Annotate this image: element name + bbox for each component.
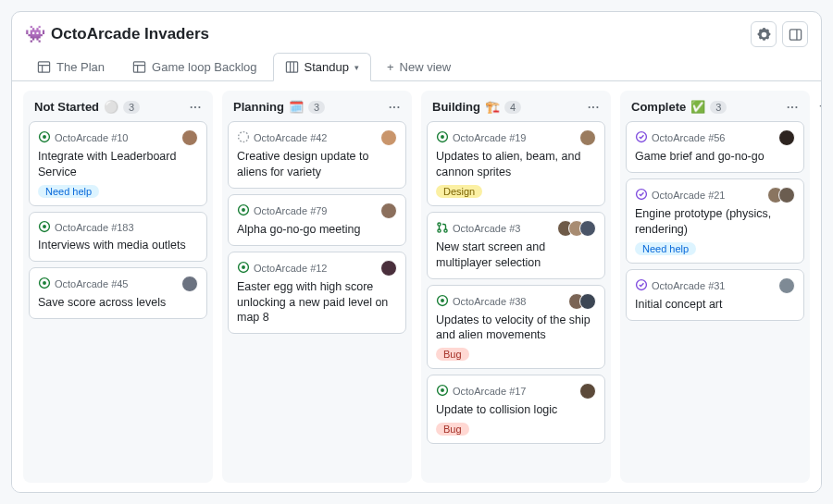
issue-card[interactable]: OctoArcade #79 Alpha go-no-go meeting (228, 194, 406, 246)
column-count: 4 (504, 101, 521, 114)
issue-ref: OctoArcade #3 (453, 223, 520, 234)
card-meta: OctoArcade #45 (38, 277, 129, 291)
issue-card[interactable]: OctoArcade #42 Creative design update to… (228, 121, 406, 189)
assignees (380, 203, 397, 219)
column-menu-button[interactable]: ··· (190, 101, 202, 114)
assignees (380, 260, 397, 277)
panel-button[interactable] (782, 21, 808, 47)
avatar (380, 260, 397, 277)
issue-card[interactable]: OctoArcade #12 Easter egg with high scor… (228, 252, 406, 335)
project-icon (37, 60, 51, 74)
card-meta: OctoArcade #3 (436, 221, 520, 236)
project-icon (132, 60, 146, 74)
card-meta: OctoArcade #21 (635, 188, 726, 203)
issue-ref: OctoArcade #17 (453, 386, 527, 397)
issue-label: Need help (38, 185, 99, 198)
svg-rect-5 (133, 62, 144, 72)
add-column-button[interactable]: + (819, 91, 821, 483)
card-meta: OctoArcade #17 (436, 384, 527, 399)
issue-title: Alpha go-no-go meeting (237, 222, 397, 238)
column: Building 🏗️ 4 ··· OctoArcade #19 Updates… (421, 91, 611, 483)
column-emoji: ✅ (690, 100, 705, 114)
issue-ref: OctoArcade #21 (652, 190, 726, 201)
svg-point-14 (43, 225, 46, 228)
issue-title: Creative design update to aliens for var… (237, 149, 397, 180)
svg-point-30 (441, 388, 444, 392)
card-top: OctoArcade #21 (635, 187, 795, 203)
issue-card[interactable]: OctoArcade #21 Engine prototype (physics… (626, 178, 804, 264)
issue-title: Game brief and go-no-go (635, 149, 795, 165)
status-icon (635, 188, 648, 203)
card-top: OctoArcade #42 (237, 129, 397, 146)
issue-card[interactable]: OctoArcade #45 Save score across levels (29, 267, 207, 319)
svg-point-28 (441, 299, 444, 302)
tab-the-plan[interactable]: The Plan (25, 53, 117, 81)
status-icon (38, 130, 51, 145)
column: Planning 🗓️ 3 ··· OctoArcade #42 Creativ… (222, 91, 412, 483)
status-icon (436, 130, 449, 145)
card-meta: OctoArcade #56 (635, 130, 726, 145)
svg-rect-0 (789, 29, 801, 39)
svg-point-12 (43, 135, 46, 139)
issue-title: Engine prototype (physics, rendering) (635, 206, 795, 238)
issue-card[interactable]: OctoArcade #19 Updates to alien, beam, a… (427, 121, 605, 206)
avatar (380, 203, 397, 219)
column-name: Planning (233, 100, 284, 114)
issue-label: Need help (635, 242, 696, 255)
column: Complete ✅ 3 ··· OctoArcade #56 Game bri… (620, 91, 810, 483)
issue-title: Easter egg with high score unlocking a n… (237, 279, 397, 326)
assignees (181, 276, 198, 292)
issue-card[interactable]: OctoArcade #17 Update to collision logic… (427, 375, 605, 444)
project-emoji: 👾 (25, 24, 45, 44)
header-actions (751, 21, 808, 47)
assignees (778, 277, 795, 294)
card-meta: OctoArcade #79 (237, 203, 328, 218)
tab-game-loop-backlog[interactable]: Game loop Backlog (120, 53, 268, 81)
tab-new-view[interactable]: + New view (375, 53, 463, 81)
column-name: Not Started (34, 100, 99, 114)
column-header: Planning 🗓️ 3 ··· (228, 98, 406, 121)
avatar (579, 129, 596, 146)
project-title: OctoArcade Invaders (51, 25, 209, 43)
status-icon (237, 203, 250, 218)
avatar (380, 129, 397, 146)
issue-card[interactable]: OctoArcade #183 Interviews with media ou… (29, 212, 207, 262)
board-icon (285, 60, 299, 74)
chevron-down-icon: ▾ (354, 63, 359, 72)
issue-card[interactable]: OctoArcade #10 Integrate with Leaderboar… (29, 121, 207, 206)
card-top: OctoArcade #183 (38, 220, 198, 235)
issue-title: Integrate with Leaderboard Service (38, 149, 198, 180)
settings-button[interactable] (751, 21, 777, 47)
tab-standup[interactable]: Standup ▾ (273, 53, 371, 81)
card-top: OctoArcade #19 (436, 129, 596, 146)
project-board: 👾 OctoArcade Invaders The Plan Game loop… (11, 11, 822, 493)
column-count: 3 (123, 101, 140, 114)
column-emoji: 🗓️ (289, 100, 304, 114)
column-menu-button[interactable]: ··· (588, 101, 600, 114)
column-name: Building (432, 100, 480, 114)
project-title-wrap: 👾 OctoArcade Invaders (25, 24, 209, 44)
assignees (568, 293, 596, 310)
status-icon (436, 221, 449, 236)
svg-point-23 (441, 135, 444, 139)
issue-ref: OctoArcade #42 (254, 132, 328, 143)
card-meta: OctoArcade #12 (237, 261, 328, 276)
column-menu-button[interactable]: ··· (389, 101, 401, 114)
card-top: OctoArcade #10 (38, 129, 198, 146)
avatar (579, 293, 596, 310)
issue-card[interactable]: OctoArcade #31 Initial concept art (626, 269, 804, 321)
issue-card[interactable]: OctoArcade #3 New start screen and multi… (427, 212, 605, 279)
issue-card[interactable]: OctoArcade #38 Updates to velocity of th… (427, 285, 605, 370)
svg-point-21 (242, 265, 245, 269)
board-header: 👾 OctoArcade Invaders (12, 12, 821, 51)
column-header: Not Started ⚪ 3 ··· (29, 98, 207, 121)
issue-title: New start screen and multiplayer selecti… (436, 240, 596, 271)
issue-card[interactable]: OctoArcade #56 Game brief and go-no-go (626, 121, 804, 173)
card-meta: OctoArcade #10 (38, 130, 129, 145)
issue-ref: OctoArcade #19 (453, 132, 527, 143)
column-emoji: 🏗️ (485, 100, 500, 114)
svg-point-26 (444, 229, 447, 232)
assignees (579, 129, 596, 146)
column-menu-button[interactable]: ··· (787, 101, 799, 114)
svg-point-19 (242, 208, 245, 212)
